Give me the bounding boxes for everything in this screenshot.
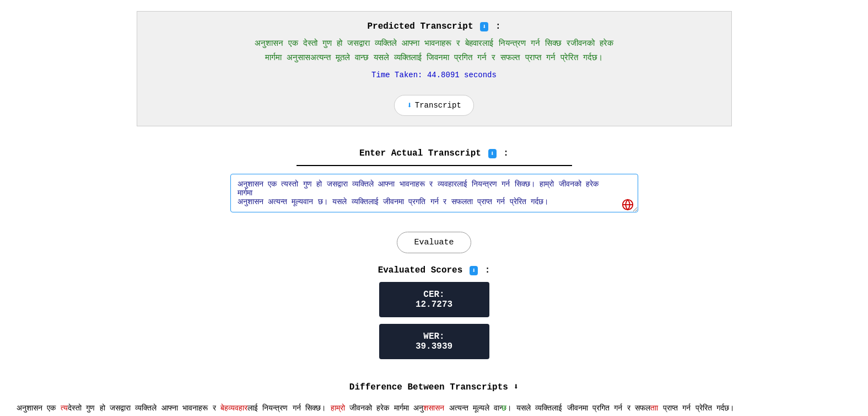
predicted-text: अनुशासन एक देस्तो गुण हो जसद्वारा व्यक्त…: [154, 37, 715, 65]
diff-char-removed-3: हाम्रो: [326, 404, 344, 413]
diff-char-correct-4: जीवनको हरेक मार्गमा अनु: [345, 404, 424, 413]
actual-title-text: Enter Actual Transcript: [359, 148, 481, 158]
wer-score-box: WER: 39.3939: [379, 324, 489, 359]
evaluate-btn-label: Evaluate: [414, 238, 454, 247]
transcript-btn-icon: ⬇: [407, 100, 412, 111]
scores-title-text: Evaluated Scores: [378, 265, 463, 275]
actual-download-icon[interactable]: ⬇: [488, 149, 497, 158]
textarea-wrapper: [230, 174, 638, 215]
predicted-transcript-section: Predicted Transcript ⬇ : अनुशासन एक देस्…: [137, 11, 732, 126]
diff-char-correct-6: । यसले व्यक्तिलाई जीवनमा प्रगित गर्न र स…: [506, 404, 650, 413]
predicted-title-text: Predicted Transcript: [367, 22, 473, 31]
diff-char-correct-7: प्राप्त गर्न प्रेरित गर्दछ।: [658, 404, 734, 413]
diff-char-removed-4: शसासन: [423, 404, 444, 413]
predicted-title: Predicted Transcript ⬇ :: [154, 22, 715, 31]
scores-section: Evaluated Scores ⬇ : CER: 12.7273 WER: 3…: [378, 265, 490, 366]
actual-transcript-section: Enter Actual Transcript ⬇ :: [137, 148, 732, 215]
predicted-line2: मार्गमा अनुसासअत्यन्त मूतले वान्छ यसले व…: [154, 51, 715, 66]
predicted-line1: अनुशासन एक देस्तो गुण हो जसद्वारा व्यक्त…: [154, 37, 715, 51]
difference-title-text: Difference Between Transcripts: [349, 382, 508, 392]
transcript-btn-label: Transcript: [415, 101, 461, 110]
actual-transcript-input[interactable]: [230, 174, 638, 212]
difference-title: Difference Between Transcripts ⬇: [0, 381, 868, 392]
actual-title-colon: :: [503, 148, 509, 158]
diff-char-correct-2: देस्तो गुण हो जसद्वारा व्यक्तिले आफ्ना भ…: [68, 404, 220, 413]
time-taken: Time Taken: 44.8091 seconds: [154, 71, 715, 79]
predicted-download-icon[interactable]: ⬇: [480, 22, 488, 31]
diff-char-correct-5: अत्यन्त मूल्यले वान: [444, 404, 502, 413]
cer-score-box: CER: 12.7273: [379, 282, 489, 317]
diff-char-correct-3: लाई नियन्त्रण गर्न सिक्छ।: [247, 404, 326, 413]
diff-char-removed-2: बेहव्यवहार: [220, 404, 247, 413]
diff-char-removed-5: ताा: [650, 404, 658, 413]
evaluate-button[interactable]: Evaluate: [397, 232, 471, 253]
predicted-title-colon: :: [495, 22, 501, 31]
scores-download-icon[interactable]: ⬇: [470, 266, 478, 275]
page-container: Predicted Transcript ⬇ : अनुशासन एक देस्…: [0, 0, 868, 416]
actual-title: Enter Actual Transcript ⬇ :: [137, 148, 732, 158]
actual-title-divider: [296, 165, 572, 166]
globe-icon: [622, 199, 634, 211]
diff-char-correct: अनुशासन एक: [17, 404, 61, 413]
diff-char-removed-1: त्य: [61, 404, 68, 413]
difference-section: Difference Between Transcripts ⬇ अनुशासन…: [0, 381, 868, 416]
textarea-container: [137, 174, 732, 215]
scores-title-colon: :: [485, 265, 490, 275]
difference-text: अनुशासन एक त्यदेस्तो गुण हो जसद्वारा व्य…: [0, 401, 868, 416]
transcript-download-button[interactable]: ⬇ Transcript: [394, 95, 474, 116]
difference-download-icon[interactable]: ⬇: [514, 382, 519, 392]
scores-title: Evaluated Scores ⬇ :: [378, 265, 490, 275]
